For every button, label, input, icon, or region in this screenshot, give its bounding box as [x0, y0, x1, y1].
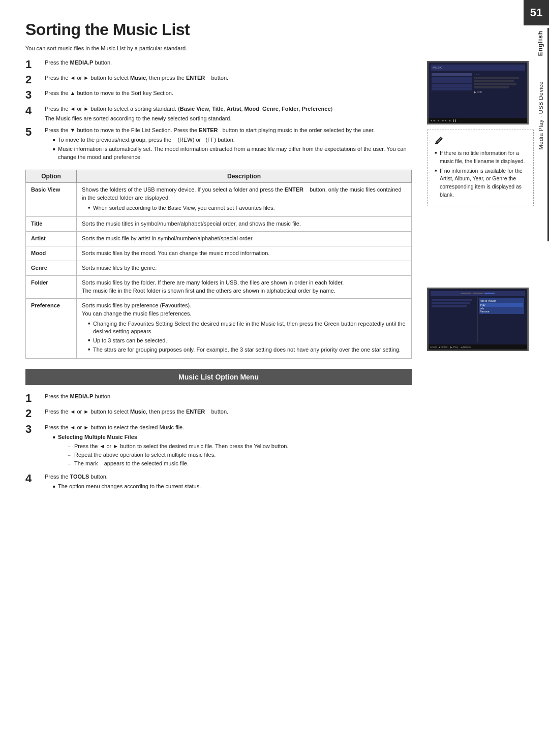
note-bullet-1: If there is no title information for a m… — [435, 149, 526, 166]
option-artist: Artist — [26, 231, 77, 246]
sidebar-label-english: English — [537, 30, 544, 56]
option-basicview: Basic View — [26, 183, 77, 217]
note-icon: 🖉 — [435, 135, 526, 147]
step-2: 2 Press the ◄ or ► button to select Musi… — [25, 74, 412, 86]
step-number-1: 1 — [25, 58, 41, 71]
basicview-bullet: When sorted according to the Basic View,… — [88, 204, 406, 212]
step5-bullet-1: To move to the previous/next group, pres… — [53, 136, 412, 144]
pref-bullet-2: Up to 3 stars can be selected. — [88, 337, 406, 345]
step-1: 1 Press the MEDIA.P button. — [25, 58, 412, 71]
tv-screen-1: MUSIC ♪ ♪ ♪ — [427, 61, 529, 124]
step-number-3: 3 — [25, 89, 41, 101]
s2-step-1: 1 Press the MEDIA.P button. — [25, 392, 412, 404]
s2-step3-label: Selecting Multiple Music Files Press the… — [53, 433, 412, 468]
s2-step-text-1: Press the MEDIA.P button. — [45, 392, 412, 401]
pref-bullet-1: Changing the Favourites Setting Select t… — [88, 320, 406, 336]
steps-section: 1 Press the MEDIA.P button. 2 Press the … — [25, 58, 412, 163]
table-col1: Option — [26, 170, 77, 183]
step-4: 4 Press the ◄ or ► button to select a so… — [25, 105, 412, 123]
table-row-mood: Mood Sorts music files by the mood. You … — [26, 246, 412, 261]
s2-step-3: 3 Press the ◄ or ► button to select the … — [25, 423, 412, 469]
tv-screen-2: Add to Playlist Play Info Remove A Exit … — [427, 288, 529, 351]
pref-bullet-3: The stars are for grouping purposes only… — [88, 346, 406, 354]
option-title: Title — [26, 217, 77, 232]
screenshot-1: MUSIC ♪ ♪ ♪ — [427, 61, 544, 206]
step-number-5: 5 — [25, 126, 41, 138]
desc-artist: Sorts the music file by artist in symbol… — [77, 231, 412, 246]
s2-step3-sub3: The mark appears to the selected music f… — [68, 460, 412, 467]
option-genre: Genre — [26, 261, 77, 275]
table-row-basicview: Basic View Shows the folders of the USB … — [26, 183, 412, 217]
step-text-3: Press the ▲ button to move to the Sort k… — [45, 89, 412, 98]
step-5: 5 Press the ▼ button to move to the File… — [25, 126, 412, 163]
step-text-4: Press the ◄ or ► button to select a sort… — [45, 105, 412, 123]
option-mood: Mood — [26, 246, 77, 261]
s2-step-2: 2 Press the ◄ or ► button to select Musi… — [25, 407, 412, 420]
s2-step-number-2: 2 — [25, 407, 41, 420]
section2-steps: 1 Press the MEDIA.P button. 2 Press the … — [25, 392, 412, 492]
page-wrapper: Sorting the Music List You can sort musi… — [0, 0, 549, 756]
step-3: 3 Press the ▲ button to move to the Sort… — [25, 89, 412, 101]
option-table: Option Description Basic View Shows the … — [25, 170, 412, 359]
option-preference: Preference — [26, 298, 77, 359]
desc-genre: Sorts music files by the genre. — [77, 261, 412, 275]
s2-step-number-1: 1 — [25, 392, 41, 404]
step5-bullet-2: Music information is automatically set. … — [53, 145, 412, 161]
note-box: 🖉 If there is no title information for a… — [427, 130, 534, 206]
page-number: 51 — [524, 0, 549, 25]
table-row-preference: Preference Sorts music files by preferen… — [26, 298, 412, 359]
sidebar-label-mediaplay: Media Play · USB Device — [538, 81, 544, 149]
desc-title: Sorts the music titles in symbol/number/… — [77, 217, 412, 232]
table-col2: Description — [77, 170, 412, 183]
step-text-2: Press the ◄ or ► button to select Music,… — [45, 74, 412, 82]
s2-step4-bullet: The option menu changes according to the… — [53, 483, 412, 490]
table-row-genre: Genre Sorts music files by the genre. — [26, 261, 412, 275]
s2-step3-sub1: Press the ◄ or ► button to select the de… — [68, 443, 412, 450]
s2-step-text-4: Press the TOOLS button. The option menu … — [45, 472, 412, 492]
intro-text: You can sort music files in the Music Li… — [25, 45, 412, 51]
s2-step-text-2: Press the ◄ or ► button to select Music,… — [45, 407, 412, 416]
note-bullet-2: If no information is available for the A… — [435, 167, 526, 199]
step-number-2: 2 — [25, 74, 41, 86]
main-content: Sorting the Music List You can sort musi… — [0, 0, 427, 756]
section2-header: Music List Option Menu — [25, 369, 412, 385]
desc-mood: Sorts music files by the mood. You can c… — [77, 246, 412, 261]
option-folder: Folder — [26, 275, 77, 298]
desc-basicview: Shows the folders of the USB memory devi… — [77, 183, 412, 217]
step-number-4: 4 — [25, 105, 41, 117]
step-text-1: Press the MEDIA.P button. — [45, 58, 412, 67]
table-row-folder: Folder Sorts music files by the folder. … — [26, 275, 412, 298]
s2-step-4: 4 Press the TOOLS button. The option men… — [25, 472, 412, 492]
step-text-5: Press the ▼ button to move to the File L… — [45, 126, 412, 163]
table-row-title: Title Sorts the music titles in symbol/n… — [26, 217, 412, 232]
page-title: Sorting the Music List — [25, 20, 412, 39]
screenshot-2: Add to Playlist Play Info Remove A Exit … — [427, 288, 544, 351]
desc-folder: Sorts music files by the folder. If ther… — [77, 275, 412, 298]
s2-step-number-3: 3 — [25, 423, 41, 435]
s2-step-text-3: Press the ◄ or ► button to select the de… — [45, 423, 412, 469]
s2-step3-sub2: Repeat the above operation to select mul… — [68, 451, 412, 459]
desc-preference: Sorts music files by preference (Favouri… — [77, 298, 412, 359]
s2-step-number-4: 4 — [25, 472, 41, 485]
table-row-artist: Artist Sorts the music file by artist in… — [26, 231, 412, 246]
